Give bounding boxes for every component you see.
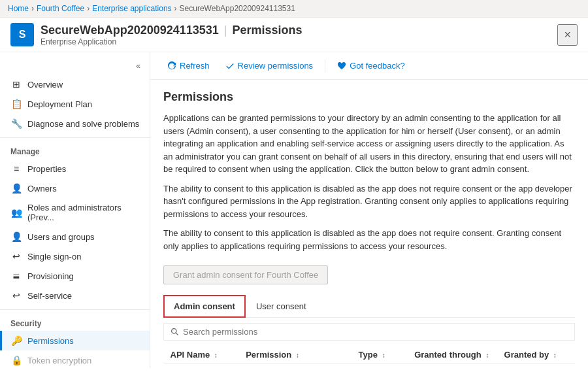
- app-header: S SecureWebApp20200924113531 | Permissio…: [0, 18, 588, 52]
- provisioning-icon: ≣: [10, 271, 22, 281]
- sort-icon-granted-through: ↕: [485, 352, 489, 359]
- header-separator: |: [224, 24, 227, 37]
- tab-admin-consent[interactable]: Admin consent: [163, 295, 246, 318]
- sidebar-divider-1: [0, 137, 150, 138]
- app-subtitle: Enterprise Application: [41, 37, 302, 46]
- breadcrumb-enterprise-apps[interactable]: Enterprise applications: [92, 4, 171, 13]
- permissions-tabs: Admin consent User consent: [163, 295, 575, 318]
- feedback-button[interactable]: Got feedback?: [331, 58, 412, 74]
- sidebar-item-label: Permissions: [27, 336, 74, 346]
- sidebar-item-roles[interactable]: 👥 Roles and administrators (Prev...: [0, 198, 150, 227]
- sidebar: « ⊞ Overview 📋 Deployment Plan 🔧 Diagnos…: [0, 52, 150, 368]
- breadcrumb-fourth-coffee[interactable]: Fourth Coffee: [37, 4, 84, 13]
- sidebar-item-selfservice[interactable]: ↩ Self-service: [0, 286, 150, 305]
- sidebar-item-users[interactable]: 👤 Users and groups: [0, 227, 150, 246]
- tab-user-consent[interactable]: User consent: [246, 295, 317, 318]
- sidebar-item-label: Users and groups: [27, 232, 95, 242]
- sidebar-item-label: Owners: [27, 184, 57, 194]
- toolbar-divider: [325, 59, 325, 73]
- page-title: Permissions: [233, 24, 302, 37]
- sort-icon-granted-by: ↕: [553, 352, 557, 359]
- sidebar-item-label: Properties: [27, 164, 66, 174]
- sidebar-item-permissions[interactable]: 🔑 Permissions: [0, 331, 150, 350]
- review-permissions-button[interactable]: Review permissions: [219, 58, 320, 74]
- sidebar-item-sso[interactable]: ↩ Single sign-on: [0, 246, 150, 266]
- svg-line-1: [176, 333, 178, 335]
- sort-icon-permission: ↕: [296, 352, 299, 359]
- col-api-name[interactable]: API Name ↕: [164, 346, 240, 364]
- sidebar-section-manage: Manage ≡ Properties 👤 Owners 👥 Roles and…: [0, 142, 150, 305]
- col-type[interactable]: Type ↕: [352, 346, 408, 364]
- breadcrumb-home[interactable]: Home: [8, 4, 29, 13]
- search-icon: [171, 328, 179, 336]
- sidebar-item-token-encryption: 🔒 Token encryption: [0, 350, 150, 368]
- security-section-label: Security: [0, 314, 150, 331]
- app-icon: S: [10, 23, 34, 46]
- col-granted-by[interactable]: Granted by ↕: [498, 346, 575, 364]
- permissions-warning-1: The ability to consent to this applicati…: [163, 182, 575, 221]
- deployment-icon: 📋: [10, 99, 22, 109]
- sidebar-item-label: Deployment Plan: [27, 99, 92, 109]
- toolbar: Refresh Review permissions Got feedback?: [150, 52, 588, 80]
- table-section-header: Microsoft Graph: [164, 364, 575, 369]
- roles-icon: 👥: [10, 207, 22, 218]
- permissions-table: API Name ↕ Permission ↕ Type ↕ Granted: [163, 346, 575, 368]
- sidebar-item-label: Provisioning: [27, 271, 74, 281]
- col-permission[interactable]: Permission ↕: [239, 346, 351, 364]
- close-button[interactable]: ×: [557, 24, 578, 46]
- sort-icon-type: ↕: [382, 352, 385, 359]
- permissions-icon: 🔑: [10, 335, 22, 346]
- checkmark-icon: [225, 61, 235, 71]
- sidebar-item-label: Token encryption: [27, 356, 91, 365]
- refresh-icon: [167, 61, 176, 71]
- owners-icon: 👤: [10, 183, 22, 194]
- content-area: Refresh Review permissions Got feedback?…: [150, 52, 588, 368]
- sidebar-item-deployment[interactable]: 📋 Deployment Plan: [0, 94, 150, 114]
- svg-point-0: [172, 329, 176, 333]
- sidebar-item-owners[interactable]: 👤 Owners: [0, 178, 150, 198]
- permissions-warning-2: The ability to consent to this applicati…: [163, 227, 575, 252]
- manage-section-label: Manage: [0, 142, 150, 159]
- overview-icon: ⊞: [10, 79, 22, 90]
- search-input[interactable]: [183, 327, 568, 337]
- permissions-content: Permissions Applications can be granted …: [150, 80, 588, 368]
- sidebar-item-label: Roles and administrators (Prev...: [27, 203, 142, 222]
- sidebar-item-properties[interactable]: ≡ Properties: [0, 159, 150, 178]
- selfservice-icon: ↩: [10, 290, 22, 301]
- sidebar-item-provisioning[interactable]: ≣ Provisioning: [0, 266, 150, 286]
- sso-icon: ↩: [10, 251, 22, 262]
- breadcrumb: Home › Fourth Coffee › Enterprise applic…: [0, 0, 588, 18]
- refresh-button[interactable]: Refresh: [161, 58, 216, 74]
- sidebar-item-label: Diagnose and solve problems: [27, 119, 139, 129]
- search-bar: [163, 323, 575, 341]
- token-encryption-icon: 🔒: [10, 355, 22, 365]
- col-granted-through[interactable]: Granted through ↕: [408, 346, 497, 364]
- grant-admin-consent-button: Grant admin consent for Fourth Coffee: [163, 265, 328, 284]
- properties-icon: ≡: [10, 163, 22, 174]
- permissions-title: Permissions: [163, 90, 575, 104]
- diagnose-icon: 🔧: [10, 118, 22, 129]
- permissions-desc-1: Applications can be granted permissions …: [163, 112, 575, 176]
- sidebar-item-label: Self-service: [27, 291, 72, 301]
- sidebar-collapse-button[interactable]: «: [132, 60, 144, 72]
- sidebar-item-overview[interactable]: ⊞ Overview: [0, 75, 150, 94]
- sidebar-item-label: Single sign-on: [27, 252, 81, 262]
- users-icon: 👤: [10, 231, 22, 242]
- sidebar-item-label: Overview: [27, 80, 63, 90]
- breadcrumb-current: SecureWebApp20200924113531: [180, 4, 295, 13]
- sidebar-divider-2: [0, 309, 150, 310]
- sidebar-section-security: Security 🔑 Permissions 🔒 Token encryptio…: [0, 314, 150, 368]
- app-name: SecureWebApp20200924113531: [41, 24, 219, 37]
- main-layout: « ⊞ Overview 📋 Deployment Plan 🔧 Diagnos…: [0, 52, 588, 368]
- sort-icon-api: ↕: [214, 352, 218, 359]
- sidebar-item-diagnose[interactable]: 🔧 Diagnose and solve problems: [0, 114, 150, 133]
- heart-icon: [337, 61, 346, 71]
- sidebar-section-main: ⊞ Overview 📋 Deployment Plan 🔧 Diagnose …: [0, 75, 150, 133]
